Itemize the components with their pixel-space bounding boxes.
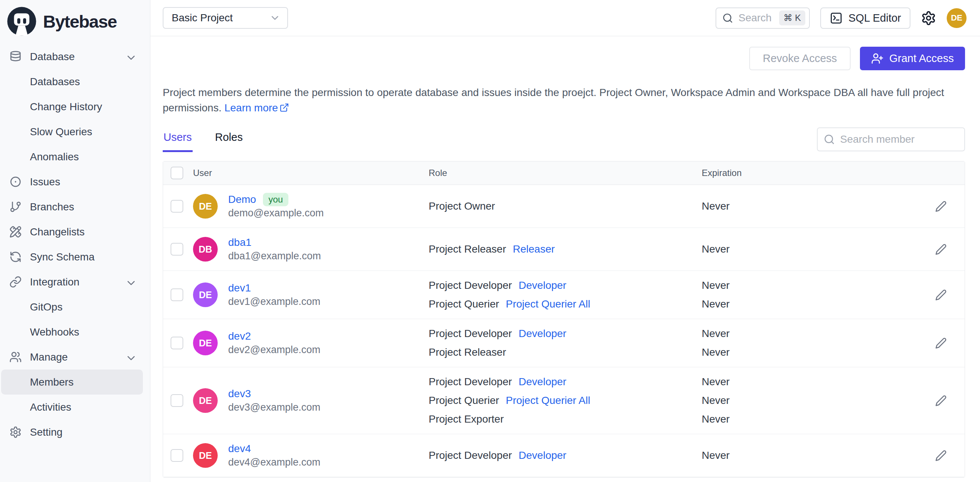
revoke-access-button[interactable]: Revoke Access: [749, 47, 850, 70]
expiration-value: Never: [702, 276, 911, 295]
edit-member-button[interactable]: [935, 450, 947, 461]
grant-access-button[interactable]: Grant Access: [860, 47, 965, 70]
tab-users[interactable]: Users: [163, 131, 192, 152]
expiration-value: Never: [702, 343, 911, 362]
column-header-role: Role: [429, 168, 702, 178]
role-link[interactable]: Developer: [519, 449, 567, 461]
avatar: DE: [193, 282, 218, 307]
tabs-row: UsersRoles Search member: [163, 127, 965, 152]
issue-icon: [10, 176, 22, 188]
chevron-down-icon: [125, 277, 135, 287]
sidebar-item-setting[interactable]: Setting: [1, 420, 143, 445]
sidebar-item-label: Setting: [30, 427, 62, 438]
role-label: Project Exporter: [429, 413, 504, 425]
member-name-link[interactable]: dev3: [228, 387, 251, 401]
user-avatar[interactable]: DE: [947, 8, 967, 28]
role-label: Project Releaser: [429, 243, 506, 255]
edit-member-button[interactable]: [935, 395, 947, 406]
pencil-icon: [935, 395, 947, 406]
sidebar-item-database[interactable]: Database: [1, 44, 143, 69]
role-label: Project Developer: [429, 328, 512, 339]
role-cell: Project ReleaserReleaser: [429, 240, 702, 258]
sidebar-item-slow-queries[interactable]: Slow Queries: [1, 119, 143, 144]
member-email: dev2@example.com: [228, 343, 321, 357]
brand-name: Bytebase: [43, 11, 117, 32]
avatar: DB: [193, 237, 218, 262]
expiration-value: Never: [702, 373, 911, 391]
expiration-cell: Never: [702, 197, 911, 216]
expiration-value: Never: [702, 240, 911, 258]
pencil-icon: [935, 338, 947, 349]
sidebar-item-sync-schema[interactable]: Sync Schema: [1, 244, 143, 270]
member-name-link[interactable]: dev1: [228, 281, 251, 295]
sidebar-item-changelists[interactable]: Changelists: [1, 219, 143, 244]
role-cell: Project DeveloperDeveloperProject Releas…: [429, 324, 702, 362]
sidebar-item-anomalies[interactable]: Anomalies: [1, 144, 143, 169]
sidebar: Bytebase DatabaseDatabasesChange History…: [0, 0, 150, 482]
user-cell: DEDemoyoudemo@example.com: [193, 192, 429, 220]
row-checkbox[interactable]: [170, 200, 183, 212]
role-cell: Project DeveloperDeveloper: [429, 446, 702, 465]
role-link[interactable]: Developer: [519, 376, 567, 388]
role-link[interactable]: Developer: [519, 279, 567, 292]
member-search-input[interactable]: Search member: [817, 127, 965, 151]
sidebar-item-change-history[interactable]: Change History: [1, 94, 143, 119]
member-email: dba1@example.com: [228, 249, 321, 263]
chevron-down-icon: [125, 52, 137, 64]
edit-member-button[interactable]: [935, 244, 947, 255]
learn-more-link[interactable]: Learn more: [224, 102, 288, 114]
gear-icon: [921, 11, 936, 26]
role-label: Project Querier: [429, 395, 499, 406]
chevron-down-icon: [125, 277, 137, 289]
role-label: Project Owner: [429, 200, 495, 212]
sidebar-item-manage[interactable]: Manage: [1, 344, 143, 369]
search-icon: [824, 134, 835, 145]
chevron-down-icon: [125, 52, 135, 62]
sidebar-item-branches[interactable]: Branches: [1, 194, 143, 219]
branch-icon: [10, 201, 22, 213]
role-link[interactable]: Developer: [519, 328, 567, 339]
sidebar-item-gitops[interactable]: GitOps: [1, 295, 143, 319]
member-row-dev1: DEdev1dev1@example.comProject DeveloperD…: [163, 271, 965, 319]
changelist-icon: [10, 226, 22, 238]
sidebar-item-label: Anomalies: [30, 151, 79, 163]
workspace-settings-button[interactable]: [921, 11, 936, 26]
sidebar-item-databases[interactable]: Databases: [1, 69, 143, 94]
role-cell: Project DeveloperDeveloperProject Querie…: [429, 373, 702, 428]
role-link[interactable]: Releaser: [513, 243, 555, 255]
tab-roles[interactable]: Roles: [214, 131, 243, 152]
sidebar-item-members[interactable]: Members: [1, 369, 143, 395]
row-checkbox[interactable]: [170, 449, 183, 462]
role-link[interactable]: Project Querier All: [506, 395, 590, 406]
role-link[interactable]: Project Querier All: [506, 298, 590, 310]
member-name-link[interactable]: dev4: [228, 442, 251, 455]
sidebar-item-integration[interactable]: Integration: [1, 270, 143, 295]
link-icon: [10, 276, 22, 288]
sidebar-item-issues[interactable]: Issues: [1, 169, 143, 194]
avatar: DE: [193, 331, 218, 355]
project-selector[interactable]: Basic Project: [163, 7, 288, 29]
member-name-link[interactable]: dba1: [228, 235, 251, 249]
row-checkbox[interactable]: [170, 394, 183, 407]
bytebase-app: Bytebase DatabaseDatabasesChange History…: [0, 0, 980, 482]
database-icon: [10, 51, 22, 63]
member-name-link[interactable]: dev2: [228, 329, 251, 343]
sidebar-item-webhooks[interactable]: Webhooks: [1, 319, 143, 344]
sidebar-item-activities[interactable]: Activities: [1, 395, 143, 420]
row-checkbox[interactable]: [170, 337, 183, 349]
member-name-link[interactable]: Demo: [228, 192, 256, 206]
user-cell: DEdev1dev1@example.com: [193, 281, 429, 309]
search-shortcut-badge: ⌘ K: [779, 11, 806, 25]
row-checkbox[interactable]: [170, 243, 183, 255]
global-search-input[interactable]: Search ⌘ K: [716, 8, 810, 29]
pencil-icon: [935, 450, 947, 461]
row-checkbox[interactable]: [170, 289, 183, 301]
edit-member-button[interactable]: [935, 201, 947, 212]
bytebase-logo[interactable]: Bytebase: [0, 0, 150, 42]
sql-editor-button[interactable]: SQL Editor: [820, 8, 910, 29]
edit-member-button[interactable]: [935, 338, 947, 349]
edit-member-button[interactable]: [935, 289, 947, 301]
select-all-checkbox[interactable]: [170, 166, 183, 179]
member-row-dev4: DEdev4dev4@example.comProject DeveloperD…: [163, 434, 965, 477]
bytebase-logo-icon: [6, 6, 37, 36]
